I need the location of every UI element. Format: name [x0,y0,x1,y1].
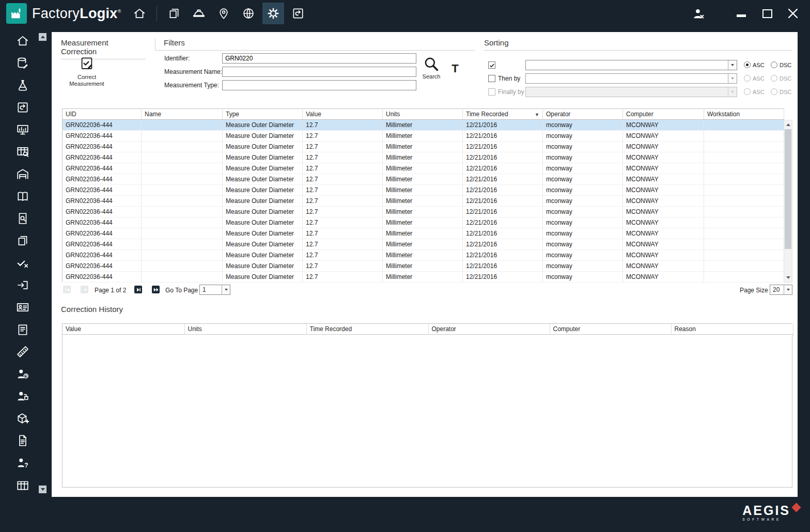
page-size-select[interactable]: 20 [770,285,792,295]
column-header-workstation[interactable]: Workstation [704,109,784,120]
chevron-down-icon [787,289,790,291]
sidebar-item-library[interactable] [11,189,34,204]
combo-dropdown-button[interactable] [728,74,737,83]
column-header-uid[interactable]: UID [63,109,142,120]
minimize-button[interactable] [733,4,750,23]
sort-asc-radio[interactable] [744,61,751,68]
table-row[interactable]: GRN022036-444Measure Outer Diameter12.7M… [63,120,784,131]
sidebar-scroll-down[interactable] [39,486,46,493]
sidebar-item-document[interactable] [11,433,34,448]
home-icon[interactable] [129,3,150,24]
sidebar-item-package-add[interactable] [11,411,34,426]
history-column-header-reason[interactable]: Reason [671,324,793,334]
table-row[interactable]: GRN022036-444Measure Outer Diameter12.7M… [63,142,784,152]
sort-by-checkbox[interactable] [488,61,495,69]
column-header-name[interactable]: Name [142,109,223,120]
table-row[interactable]: GRN022036-444Measure Outer Diameter12.7M… [63,272,784,283]
grid-scroll-down[interactable] [784,274,792,281]
goto-page-value: 1 [202,285,206,294]
table-row[interactable]: GRN022036-444Measure Outer Diameter12.7M… [63,261,784,272]
revert-icon[interactable] [287,3,309,24]
close-button[interactable] [784,4,802,23]
sidebar-scroll-up[interactable] [39,33,46,41]
column-header-value[interactable]: Value [303,109,383,120]
history-column-header-time-recorded[interactable]: Time Recorded [306,324,428,334]
table-row[interactable]: GRN022036-444Measure Outer Diameter12.7M… [63,217,784,228]
table-row[interactable]: GRN022036-444Measure Outer Diameter12.7M… [63,131,784,142]
history-column-header-value[interactable]: Value [63,324,184,334]
documents-icon[interactable] [163,3,185,24]
footer-bar: AEGIS SOFTWARE [0,497,810,532]
measurement-type-input[interactable] [222,80,416,90]
table-row[interactable]: GRN022036-444Measure Outer Diameter12.7M… [63,185,784,196]
then-dsc-radio[interactable] [771,75,777,82]
column-header-type[interactable]: Type [223,109,303,120]
finally-by-checkbox[interactable] [488,88,495,96]
goto-page-select[interactable]: 1 [199,285,230,295]
table-row[interactable]: GRN022036-444Measure Outer Diameter12.7M… [63,239,784,250]
then-asc-radio[interactable] [744,75,751,82]
gear-icon[interactable] [262,3,284,24]
identifier-input[interactable] [222,53,416,64]
finally-dsc-radio[interactable] [771,88,777,95]
table-row[interactable]: GRN022036-444Measure Outer Diameter12.7M… [63,152,784,163]
sidebar-item-document-search[interactable] [11,211,34,226]
last-page-button[interactable] [152,286,160,293]
combo-dropdown-button[interactable] [784,285,792,294]
combo-dropdown-button[interactable] [222,285,230,294]
sidebar-item-monitor-chart[interactable] [11,122,34,137]
sidebar-item-id-card[interactable] [11,300,34,315]
sidebar-item-operator-help[interactable]: ? [11,455,34,471]
column-header-units[interactable]: Units [383,109,463,120]
column-header-operator[interactable]: Operator [543,109,623,120]
globe-icon[interactable] [238,3,259,24]
table-row[interactable]: GRN022036-444Measure Outer Diameter12.7M… [63,163,784,174]
finally-asc-radio[interactable] [744,88,751,95]
sidebar-item-database-edit[interactable] [11,55,34,71]
sidebar-item-verify[interactable] [11,255,34,271]
user-logout-icon[interactable] [687,3,709,24]
history-column-header-computer[interactable]: Computer [550,324,671,334]
column-header-time-recorded[interactable]: Time Recorded▼ [463,109,543,120]
sort-dsc-radio[interactable] [771,61,777,68]
grid-scrollbar[interactable] [784,120,792,283]
location-pin-icon[interactable] [213,3,235,24]
grid-scroll-up[interactable] [784,121,792,129]
sidebar-item-table-search[interactable] [11,144,34,160]
first-page-button[interactable] [63,286,71,293]
sidebar-item-operator-time[interactable] [11,366,34,382]
search-button[interactable]: Search [417,56,445,80]
combo-dropdown-button[interactable] [728,60,737,70]
sidebar-item-measurement-remove[interactable] [11,344,34,359]
measurement-name-input[interactable] [222,67,416,77]
scrollbar-thumb[interactable] [785,129,791,249]
sidebar-item-lab-flask[interactable] [11,77,34,93]
sidebar-item-export[interactable] [11,277,34,293]
maximize-button[interactable] [758,4,776,23]
sort-by-combobox[interactable] [525,60,737,70]
table-row[interactable]: GRN022036-444Measure Outer Diameter12.7M… [63,207,784,217]
sidebar-item-operator-org[interactable] [11,388,34,404]
table-row[interactable]: GRN022036-444Measure Outer Diameter12.7M… [63,196,784,207]
combo-dropdown-button[interactable] [728,87,737,97]
column-header-computer[interactable]: Computer [623,109,704,120]
table-row[interactable]: GRN022036-444Measure Outer Diameter12.7M… [63,174,784,185]
sidebar-item-home[interactable] [11,33,34,49]
sidebar-item-history[interactable] [11,100,34,115]
next-page-button[interactable] [134,286,142,293]
then-by-combobox[interactable] [525,73,737,84]
text-filter-button[interactable]: T [448,62,462,75]
previous-page-button[interactable] [81,286,88,293]
history-column-header-operator[interactable]: Operator [428,324,550,334]
table-row[interactable]: GRN022036-444Measure Outer Diameter12.7M… [63,228,784,239]
sidebar-item-copy-pages[interactable] [11,233,34,248]
hardhat-icon[interactable] [188,3,210,24]
finally-by-combobox[interactable] [525,87,737,97]
then-by-checkbox[interactable] [488,75,495,82]
correct-measurement-button[interactable]: Correct Measurement [60,56,114,87]
sidebar-item-table[interactable] [11,477,34,493]
history-column-header-units[interactable]: Units [184,324,306,334]
sidebar-item-warehouse[interactable] [11,166,34,182]
sidebar-item-notes[interactable] [11,322,34,337]
table-row[interactable]: GRN022036-444Measure Outer Diameter12.7M… [63,250,784,261]
